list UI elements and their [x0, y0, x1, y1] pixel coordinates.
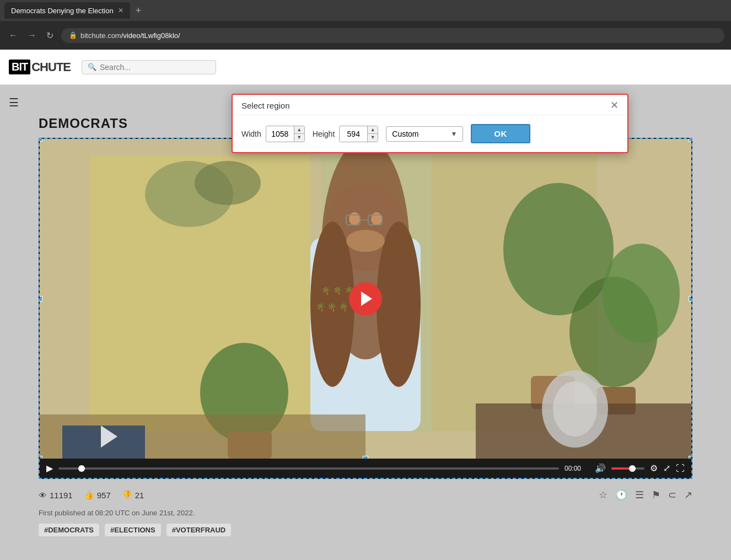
video-meta: 👁 11191 👍 957 👎 21 ☆ 🕐 ☰ ⚑ ⊂ ↗ [0, 483, 731, 507]
play-pause-button[interactable]: ▶ [46, 463, 53, 473]
theater-button[interactable]: ⤢ [663, 463, 670, 473]
progress-indicator [78, 465, 85, 472]
width-label: Width [241, 130, 261, 138]
tag-elections[interactable]: #ELECTIONS [105, 524, 161, 536]
tags-container: #DEMOCRATS #ELECTIONS #VOTERFRAUD [0, 519, 731, 541]
select-region-dialog: Select region ✕ Width ▲ ▼ [232, 94, 628, 153]
dislike-icon: 👎 [122, 490, 132, 500]
video-area: 237,289 1058x594 [39, 138, 692, 479]
star-icon[interactable]: ☆ [599, 489, 608, 501]
list-icon[interactable]: ☰ [635, 489, 644, 501]
url-domain: bitchute.com [80, 31, 121, 40]
browser-chrome: Democrats Denying the Election ✕ + ← → ↻… [0, 0, 731, 50]
url-display: bitchute.com/video/tLwfig08klo/ [80, 31, 180, 40]
tab-bar: Democrats Denying the Election ✕ + [0, 0, 731, 21]
mute-button[interactable]: 🔊 [595, 463, 606, 473]
play-icon [361, 292, 372, 306]
publish-date: First published at 08:20 UTC on June 21s… [0, 507, 731, 519]
preset-value: Custom [392, 130, 418, 138]
video-thumbnail: 🌴 🌴 🌴 🌴 🌴 🌴 [40, 139, 691, 459]
resize-handle-bottomleft[interactable] [40, 456, 42, 459]
search-input[interactable] [100, 63, 210, 72]
width-input[interactable] [266, 127, 294, 141]
height-decrement-button[interactable]: ▼ [368, 134, 378, 142]
active-tab[interactable]: Democrats Denying the Election ✕ [4, 2, 130, 19]
save-icon[interactable]: ⊂ [668, 489, 676, 501]
dislikes-count: 👎 21 [122, 490, 144, 500]
views-count: 👁 11191 [39, 491, 73, 500]
flag-icon[interactable]: ⚑ [652, 489, 660, 501]
time-display: 00:00 [565, 465, 589, 472]
logo-bit: BIT [9, 60, 30, 74]
new-tab-button[interactable]: + [130, 5, 147, 17]
video-controls-bar: ▶ 00:00 🔊 ⚙ ⤢ ⛶ [40, 459, 691, 478]
logo-chute: CHUTE [31, 60, 71, 74]
dialog-title: Select region [241, 101, 290, 110]
tab-close-button[interactable]: ✕ [118, 7, 123, 14]
height-spinner-buttons: ▲ ▼ [367, 126, 378, 142]
width-decrement-button[interactable]: ▼ [294, 134, 304, 142]
settings-button[interactable]: ⚙ [650, 463, 658, 473]
url-path: /video/tLwfig08klo/ [121, 31, 180, 40]
site-header: BIT CHUTE 🔍 [0, 50, 731, 85]
resize-handle-midleft[interactable] [40, 296, 42, 301]
height-label: Height [313, 130, 335, 138]
meta-right: ☆ 🕐 ☰ ⚑ ⊂ ↗ [599, 489, 692, 501]
volume-bar[interactable] [611, 467, 644, 470]
refresh-button[interactable]: ↻ [44, 28, 56, 43]
eye-icon: 👁 [39, 491, 47, 500]
clock-icon[interactable]: 🕐 [615, 489, 627, 501]
tag-democrats[interactable]: #DEMOCRATS [39, 524, 99, 536]
resize-handle-midright[interactable] [689, 296, 691, 301]
progress-bar[interactable] [58, 467, 559, 470]
search-box[interactable]: 🔍 [82, 60, 216, 74]
tag-voterfraud[interactable]: #VOTERFRAUD [166, 524, 232, 536]
resize-handle-topleft[interactable] [40, 139, 42, 142]
width-spinner-buttons: ▲ ▼ [294, 126, 304, 142]
video-overlay [40, 139, 691, 459]
address-bar: ← → ↻ 🔒 bitchute.com/video/tLwfig08klo/ [0, 21, 731, 50]
resize-handle-bottommid[interactable] [363, 456, 368, 459]
volume-indicator [629, 465, 636, 472]
url-bar[interactable]: 🔒 bitchute.com/video/tLwfig08klo/ [61, 28, 724, 43]
dialog-header: Select region ✕ [233, 95, 627, 115]
height-field-group: Height ▲ ▼ [313, 126, 378, 142]
height-input[interactable] [340, 127, 367, 141]
forward-button[interactable]: → [25, 28, 39, 42]
site-logo[interactable]: BIT CHUTE [9, 60, 71, 74]
fullscreen-button[interactable]: ⛶ [676, 464, 685, 473]
width-increment-button[interactable]: ▲ [294, 126, 304, 134]
preset-dropdown[interactable]: Custom ▼ [386, 126, 463, 142]
volume-fill [611, 467, 630, 470]
page-body: ☰ DEMOCRATS DY STARTED 237,289 1058x594 [0, 85, 731, 547]
search-icon: 🔍 [88, 63, 96, 71]
like-icon: 👍 [84, 490, 94, 500]
width-field-group: Width ▲ ▼ [241, 126, 305, 142]
back-button[interactable]: ← [7, 28, 20, 42]
share-icon[interactable]: ↗ [684, 489, 692, 501]
width-spinner[interactable]: ▲ ▼ [266, 126, 305, 142]
page-content: BIT CHUTE 🔍 ☰ DEMOCRATS DY STARTED 237,2… [0, 50, 731, 560]
dialog-body: Width ▲ ▼ Height ▲ [233, 115, 627, 152]
tab-title: Democrats Denying the Election [11, 7, 114, 15]
resize-handle-topright[interactable] [689, 139, 691, 142]
likes-count: 👍 957 [84, 490, 111, 500]
lock-icon: 🔒 [69, 31, 77, 39]
ok-button[interactable]: OK [471, 124, 530, 143]
height-increment-button[interactable]: ▲ [368, 126, 378, 134]
height-spinner[interactable]: ▲ ▼ [339, 126, 378, 142]
dialog-close-button[interactable]: ✕ [610, 100, 619, 110]
play-button[interactable] [349, 282, 382, 315]
preset-arrow-icon: ▼ [450, 130, 457, 138]
resize-handle-bottomright[interactable] [689, 456, 691, 459]
meta-left: 👁 11191 👍 957 👎 21 [39, 490, 144, 500]
